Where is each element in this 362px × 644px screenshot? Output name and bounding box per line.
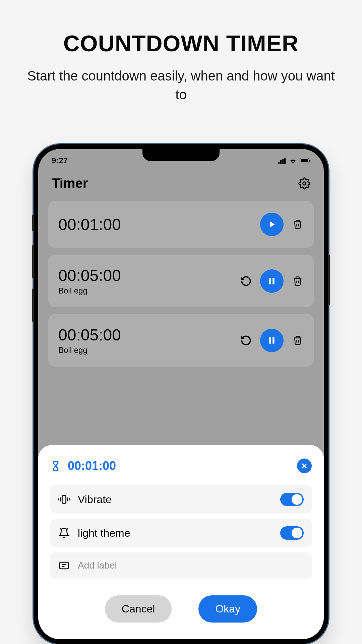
close-button[interactable] bbox=[297, 459, 312, 473]
play-button[interactable] bbox=[260, 213, 284, 236]
vibrate-setting[interactable]: Vibrate bbox=[50, 485, 312, 514]
settings-button[interactable] bbox=[298, 177, 310, 190]
vibrate-label: Vibrate bbox=[78, 493, 112, 506]
setting-left: light theme bbox=[58, 527, 130, 539]
app-title: Timer bbox=[52, 176, 88, 191]
timer-card[interactable]: 00:01:00 bbox=[48, 201, 314, 248]
delete-button[interactable] bbox=[292, 275, 304, 287]
pause-icon bbox=[267, 336, 276, 345]
hourglass-icon bbox=[50, 460, 61, 472]
svg-rect-6 bbox=[309, 160, 310, 162]
timer-time: 00:05:00 bbox=[58, 266, 240, 285]
timer-actions bbox=[240, 269, 304, 293]
timer-card[interactable]: 00:05:00 Boil egg bbox=[48, 255, 314, 307]
bell-icon bbox=[58, 527, 70, 539]
timer-time: 00:01:00 bbox=[58, 215, 260, 234]
svg-rect-0 bbox=[278, 162, 280, 164]
gear-icon bbox=[298, 177, 310, 190]
setting-left: Vibrate bbox=[58, 493, 112, 506]
svg-rect-14 bbox=[62, 496, 66, 503]
reset-button[interactable] bbox=[240, 334, 252, 346]
svg-line-20 bbox=[67, 528, 68, 529]
phone-frame: 9:27 Timer 00:01:00 bbox=[34, 144, 328, 644]
svg-rect-8 bbox=[269, 278, 271, 284]
cellular-icon bbox=[278, 158, 286, 164]
trash-icon bbox=[293, 335, 303, 345]
svg-rect-5 bbox=[301, 159, 308, 162]
pause-button[interactable] bbox=[260, 329, 284, 352]
okay-button[interactable]: Okay bbox=[198, 595, 257, 623]
reset-icon bbox=[240, 275, 252, 287]
bottom-sheet: 00:01:00 Vibrate light theme bbox=[38, 445, 324, 639]
page-subtitle: Start the countdown easily, when and how… bbox=[0, 66, 362, 104]
battery-icon bbox=[300, 158, 310, 163]
theme-setting[interactable]: light theme bbox=[50, 519, 312, 547]
trash-icon bbox=[293, 276, 303, 286]
svg-rect-9 bbox=[273, 278, 274, 284]
sheet-buttons: Cancel Okay bbox=[50, 595, 312, 623]
svg-line-19 bbox=[60, 528, 61, 529]
status-time: 9:27 bbox=[52, 156, 68, 165]
timer-info: 00:05:00 Boil egg bbox=[58, 266, 240, 296]
phone-volume-down bbox=[32, 288, 34, 322]
timer-info: 00:05:00 Boil egg bbox=[58, 326, 240, 355]
timer-time: 00:05:00 bbox=[58, 326, 240, 344]
close-icon bbox=[301, 462, 308, 470]
cancel-button[interactable]: Cancel bbox=[105, 595, 172, 623]
phone-notch bbox=[142, 149, 220, 161]
svg-rect-11 bbox=[273, 337, 274, 344]
pause-button[interactable] bbox=[260, 269, 284, 293]
play-icon bbox=[267, 219, 277, 229]
svg-rect-3 bbox=[284, 158, 286, 164]
vibrate-icon bbox=[58, 494, 70, 505]
delete-button[interactable] bbox=[292, 334, 304, 346]
addlabel-placeholder: Add label bbox=[78, 560, 117, 571]
label-icon bbox=[58, 560, 70, 571]
svg-rect-10 bbox=[269, 337, 271, 344]
status-icons bbox=[278, 158, 310, 164]
phone-volume-up bbox=[32, 245, 34, 278]
timer-label: Boil egg bbox=[58, 286, 240, 296]
timer-card[interactable]: 00:05:00 Boil egg bbox=[48, 314, 314, 367]
reset-button[interactable] bbox=[240, 275, 252, 287]
phone-screen: 9:27 Timer 00:01:00 bbox=[38, 149, 324, 639]
trash-icon bbox=[293, 219, 303, 229]
phone-side-button bbox=[32, 215, 34, 231]
wifi-icon bbox=[289, 158, 297, 164]
page-title: COUNTDOWN TIMER bbox=[0, 30, 362, 56]
timer-info: 00:01:00 bbox=[58, 215, 260, 234]
theme-label: light theme bbox=[78, 527, 130, 539]
label-setting[interactable]: Add label bbox=[50, 552, 312, 579]
svg-rect-2 bbox=[282, 159, 284, 164]
timer-actions bbox=[260, 213, 304, 236]
setting-left: Add label bbox=[58, 560, 117, 571]
delete-button[interactable] bbox=[292, 218, 304, 230]
svg-point-7 bbox=[303, 182, 306, 185]
svg-rect-1 bbox=[280, 160, 282, 164]
sheet-header: 00:01:00 bbox=[50, 459, 312, 473]
vibrate-toggle[interactable] bbox=[280, 493, 304, 506]
theme-toggle[interactable] bbox=[280, 526, 304, 540]
svg-rect-21 bbox=[60, 562, 68, 569]
sheet-time: 00:01:00 bbox=[68, 459, 116, 473]
reset-icon bbox=[240, 335, 252, 346]
app-header: Timer bbox=[38, 169, 324, 201]
phone-power-button bbox=[328, 255, 330, 305]
timer-label: Boil egg bbox=[58, 345, 240, 355]
timer-actions bbox=[240, 329, 304, 352]
sheet-time-group: 00:01:00 bbox=[50, 459, 116, 473]
pause-icon bbox=[267, 277, 276, 285]
timer-list: 00:01:00 00:05:00 Boil egg bbox=[38, 201, 324, 367]
